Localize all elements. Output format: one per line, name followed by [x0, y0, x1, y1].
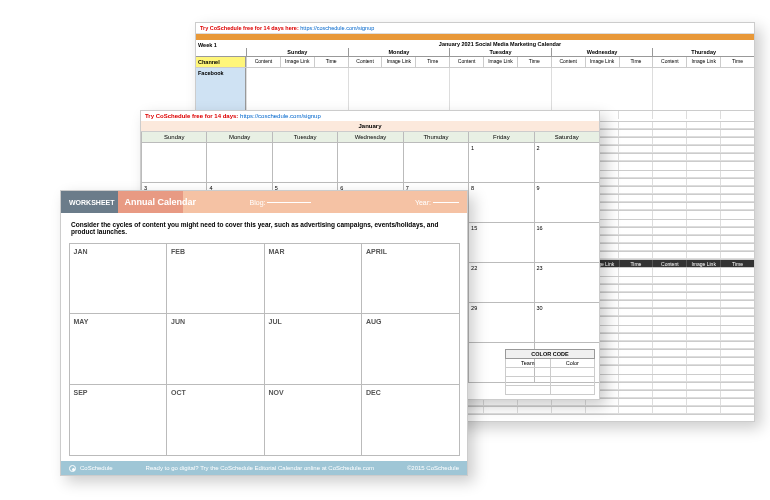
- day-header: Thursday: [652, 48, 754, 56]
- color-code-box: COLOR CODE TeamColor: [505, 349, 595, 395]
- month-cell-oct: OCT: [166, 384, 265, 456]
- cc-cell: [551, 377, 595, 385]
- trial-banner: Try CoSchedule free for 14 days here: ht…: [196, 23, 754, 34]
- month-cell-apr: APRIL: [361, 243, 460, 315]
- channel-facebook: Facebook: [196, 68, 246, 110]
- date-cell: 16: [534, 223, 599, 262]
- month-cell-nov: NOV: [264, 384, 363, 456]
- coschedule-logo-icon: [69, 465, 76, 472]
- day-header: Monday: [348, 48, 450, 56]
- date-cell: 15: [468, 223, 533, 262]
- weekday: Tuesday: [272, 132, 337, 142]
- weekday: Saturday: [534, 132, 599, 142]
- date-cell: 23: [534, 263, 599, 302]
- weekday: Wednesday: [337, 132, 402, 142]
- month-cell-sep: SEP: [69, 384, 168, 456]
- date-cell: 29: [468, 303, 533, 342]
- trial-text: Try CoSchedule free for 14 days:: [145, 113, 240, 119]
- weekday-header: Sunday Monday Tuesday Wednesday Thursday…: [141, 132, 599, 143]
- weekday: Monday: [206, 132, 271, 142]
- color-code-title: COLOR CODE: [505, 349, 595, 359]
- weekday: Sunday: [141, 132, 206, 142]
- date-cell: [141, 143, 206, 182]
- date-cell: 8: [468, 183, 533, 222]
- sub: Time: [314, 57, 348, 67]
- trial-link[interactable]: https://coschedule.com/signup: [300, 25, 374, 31]
- blog-label: Blog:: [250, 199, 266, 206]
- date-cell: [337, 143, 402, 182]
- sub: Content: [449, 57, 483, 67]
- month-cell-aug: AUG: [361, 313, 460, 385]
- footer-text: Ready to go digital? Try the CoSchedule …: [113, 465, 407, 471]
- sub: Time: [619, 57, 653, 67]
- trial-link[interactable]: https://coschedule.com/signup: [240, 113, 321, 119]
- sub: Image Link: [585, 57, 619, 67]
- sheet3-header: Week 1 January 2021 Social Media Marketi…: [196, 40, 754, 57]
- trial-text: Try CoSchedule free for 14 days here:: [200, 25, 300, 31]
- sub: Image Link: [686, 57, 720, 67]
- date-cell: 1: [468, 143, 533, 182]
- cc-cell: [551, 368, 595, 376]
- sub: Time: [415, 57, 449, 67]
- date-cell: 30: [534, 303, 599, 342]
- sub: Time: [517, 57, 551, 67]
- worksheet-label: WORKSHEET: [69, 199, 115, 206]
- sub: Content: [652, 57, 686, 67]
- year-field: Year:: [415, 199, 459, 206]
- date-cell: 2: [534, 143, 599, 182]
- sub: Time: [720, 57, 754, 67]
- subheader-row: Channel ContentImage LinkTime ContentIma…: [196, 57, 754, 68]
- cc-cell: [506, 386, 551, 394]
- week-label: Week 1: [196, 40, 246, 56]
- year-label: Year:: [415, 199, 431, 206]
- blog-field: Blog:: [250, 199, 312, 206]
- annual-title: Annual Calendar: [125, 197, 197, 207]
- cc-cell: [551, 386, 595, 394]
- month-cell-jun: JUN: [166, 313, 265, 385]
- cc-cell: [506, 368, 551, 376]
- cc-h: Team: [506, 359, 551, 367]
- month-title: January: [141, 121, 599, 132]
- month-cell-dec: DEC: [361, 384, 460, 456]
- date-cell: [403, 143, 468, 182]
- annual-footer: CoSchedule Ready to go digital? Try the …: [61, 461, 467, 475]
- footer-brand: CoSchedule: [69, 465, 113, 472]
- channel-header: Channel: [196, 57, 246, 67]
- date-cell: 22: [468, 263, 533, 302]
- annual-calendar-sheet: WORKSHEET Annual Calendar Blog: Year: Co…: [60, 190, 468, 476]
- month-cell-may: MAY: [69, 313, 168, 385]
- month-cell-feb: FEB: [166, 243, 265, 315]
- blog-underline: [267, 202, 311, 203]
- footer-copyright: ©2015 CoSchedule: [407, 465, 459, 471]
- sub: Content: [348, 57, 382, 67]
- day-header: Sunday: [246, 48, 348, 56]
- sub: Content: [551, 57, 585, 67]
- year-underline: [433, 202, 459, 203]
- sub: Image Link: [381, 57, 415, 67]
- sub: Image Link: [483, 57, 517, 67]
- trial-banner: Try CoSchedule free for 14 days: https:/…: [141, 111, 599, 121]
- month-cell-jul: JUL: [264, 313, 363, 385]
- sub: Image Link: [280, 57, 314, 67]
- date-cell: [206, 143, 271, 182]
- day-header: Wednesday: [551, 48, 653, 56]
- date-cell: [272, 143, 337, 182]
- weekday: Friday: [468, 132, 533, 142]
- weekday: Thursday: [403, 132, 468, 142]
- month-cell-mar: MAR: [264, 243, 363, 315]
- annual-grid: JAN FEB MAR APRIL MAY JUN JUL AUG SEP OC…: [61, 243, 467, 461]
- cc-h: Color: [551, 359, 595, 367]
- annual-header: WORKSHEET Annual Calendar Blog: Year:: [61, 191, 467, 213]
- brand-text: CoSchedule: [80, 465, 113, 471]
- month-cell-jan: JAN: [69, 243, 168, 315]
- channel-row: Facebook: [196, 68, 754, 111]
- sheet3-title: January 2021 Social Media Marketing Cale…: [246, 40, 754, 48]
- cc-cell: [506, 377, 551, 385]
- sub: Content: [246, 57, 280, 67]
- day-header: Tuesday: [449, 48, 551, 56]
- annual-description: Consider the cycles of content you might…: [61, 213, 467, 243]
- date-cell: 9: [534, 183, 599, 222]
